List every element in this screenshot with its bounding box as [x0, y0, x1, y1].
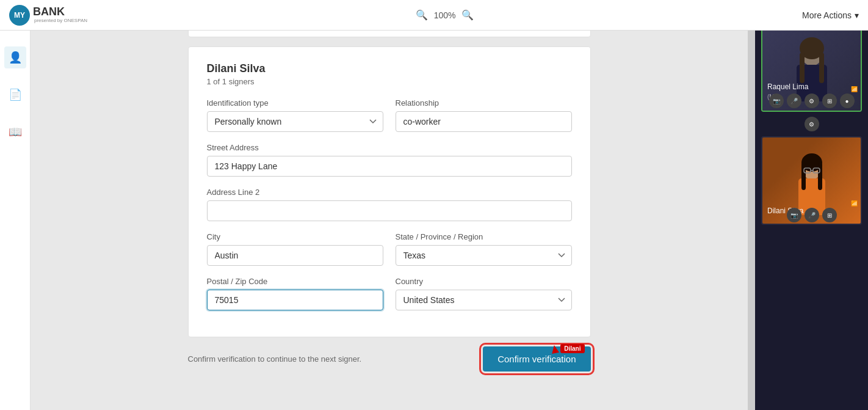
raquel-settings-button[interactable]: ⚙	[805, 93, 819, 108]
country-label: Country	[396, 277, 572, 286]
zoom-search-icon[interactable]: 🔍	[461, 9, 474, 21]
dilani-controls: 📷 🎤 ⊞	[762, 208, 861, 222]
svg-rect-8	[801, 163, 806, 190]
person-icon[interactable]: 👤	[4, 46, 26, 68]
city-group: City	[207, 232, 383, 266]
address2-label: Address Line 2	[207, 188, 572, 197]
raquel-controls: 📷 🎤 ⚙ ⊞ ●	[762, 93, 861, 108]
more-actions-button[interactable]: More Actions ▾	[802, 10, 859, 20]
state-label: State / Province / Region	[396, 232, 572, 241]
cursor-label: Dilani	[560, 344, 584, 353]
participant-video-raquel: Raquel Lima (Me) 📷 🎤 ⚙ ⊞ ● 📶	[761, 23, 862, 112]
postal-input[interactable]	[207, 290, 383, 310]
id-type-label: Identification type	[207, 98, 383, 108]
participant-video-dilani: Dilani Silva 📷 🎤 ⊞ 📶	[761, 136, 862, 225]
address2-row: Address Line 2	[207, 188, 572, 221]
content-area: This screen contains private information…	[31, 0, 748, 410]
logo-subtitle: presented by ONESPAN	[34, 18, 87, 24]
raquel-camera-button[interactable]: 📷	[769, 93, 784, 108]
raquel-more-button[interactable]: ●	[840, 93, 855, 108]
verification-form: Dilani Silva 1 of 1 signers Identificati…	[188, 46, 591, 337]
svg-rect-3	[800, 53, 805, 83]
relationship-group: Relationship	[396, 98, 572, 132]
postal-group: Postal / Zip Code	[207, 277, 383, 310]
scrollbar[interactable]	[748, 0, 755, 410]
sidebar-nav: ☰ 👤 📄 📖	[0, 0, 31, 410]
street-row: Street Address	[207, 143, 572, 177]
id-type-group: Identification type Personally known	[207, 98, 383, 132]
book-icon[interactable]: 📖	[4, 121, 26, 143]
raquel-name: Raquel Lima	[767, 82, 808, 91]
signer-count: 1 of 1 signers	[207, 77, 572, 86]
relationship-label: Relationship	[396, 98, 572, 108]
address2-group: Address Line 2	[207, 188, 572, 221]
footer-helper-text: Confirm verification to continue to the …	[188, 354, 362, 364]
raquel-mic-button[interactable]: 🎤	[787, 93, 801, 108]
id-type-select[interactable]: Personally known	[207, 111, 383, 132]
svg-rect-9	[818, 163, 822, 190]
cursor-arrow-icon	[551, 345, 559, 354]
street-group: Street Address	[207, 143, 572, 177]
zoom-level: 100%	[434, 10, 456, 20]
raquel-gear-button[interactable]: ⚙	[805, 117, 819, 131]
country-group: Country United States	[396, 277, 572, 310]
state-group: State / Province / Region Texas	[396, 232, 572, 266]
country-select[interactable]: United States	[396, 290, 572, 310]
participants-panel: Participants (2) Raquel Lima (Me)	[755, 0, 868, 410]
dilani-mic-button[interactable]: 🎤	[805, 208, 819, 222]
city-label: City	[207, 232, 383, 241]
raquel-extra-controls: ⚙	[761, 117, 862, 131]
street-input[interactable]	[207, 156, 572, 177]
logo-circle: MY	[9, 5, 30, 26]
document-icon[interactable]: 📄	[4, 84, 26, 106]
more-actions-label: More Actions	[802, 10, 852, 20]
topbar-center: 🔍 100% 🔍	[87, 9, 802, 21]
body-layout: ☰ 👤 📄 📖 This screen contains private inf…	[0, 0, 868, 410]
dilani-expand-button[interactable]: ⊞	[822, 208, 837, 222]
form-footer: Confirm verification to continue to the …	[188, 346, 591, 372]
logo: MY BANK presented by ONESPAN	[9, 5, 87, 26]
city-state-row: City State / Province / Region Texas	[207, 232, 572, 266]
raquel-expand-button[interactable]: ⊞	[822, 93, 837, 108]
topbar: MY BANK presented by ONESPAN 🔍 100% 🔍 Mo…	[0, 0, 868, 31]
id-relationship-row: Identification type Personally known Rel…	[207, 98, 572, 132]
svg-rect-4	[819, 53, 824, 83]
signer-name: Dilani Silva	[207, 62, 572, 75]
raquel-signal-icon: 📶	[851, 86, 858, 92]
logo-text: BANK	[33, 6, 87, 18]
address2-input[interactable]	[207, 200, 572, 221]
relationship-input[interactable]	[396, 111, 572, 132]
cursor-annotation: Dilani	[551, 344, 584, 353]
search-icon[interactable]: 🔍	[416, 9, 428, 21]
dilani-signal-icon: 📶	[851, 200, 858, 207]
city-input[interactable]	[207, 245, 383, 266]
chevron-down-icon: ▾	[855, 10, 859, 20]
state-select[interactable]: Texas	[396, 245, 572, 266]
dilani-camera-button[interactable]: 📷	[787, 208, 801, 222]
postal-country-row: Postal / Zip Code Country United States	[207, 277, 572, 310]
logo-initials: MY	[14, 11, 25, 20]
app-layout: MY BANK presented by ONESPAN 🔍 100% 🔍 Mo…	[0, 0, 868, 410]
street-label: Street Address	[207, 143, 572, 152]
postal-label: Postal / Zip Code	[207, 277, 383, 286]
